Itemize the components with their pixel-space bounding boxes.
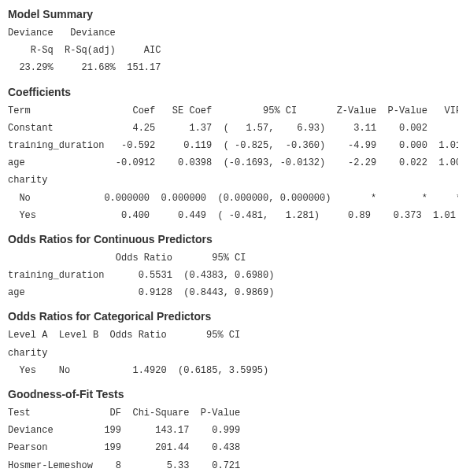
coefficients-row: No 0.000000 0.000000 (0.000000, 0.000000… bbox=[8, 192, 458, 205]
model-summary-header1: Deviance Deviance bbox=[8, 27, 458, 39]
or-continuous-header: Odds Ratio 95% CI bbox=[8, 252, 458, 264]
or-categorical-row: Yes No 1.4920 (0.6185, 3.5995) bbox=[8, 364, 458, 377]
coefficients-header: Term Coef SE Coef 95% CI Z-Value P-Value… bbox=[8, 105, 458, 117]
coefficients-row: training_duration -0.592 0.119 ( -0.825,… bbox=[8, 139, 458, 152]
gof-row: Hosmer-Lemeshow 8 5.33 0.721 bbox=[8, 459, 458, 472]
gof-row: Pearson 199 201.44 0.438 bbox=[8, 441, 458, 454]
coefficients-row: age -0.0912 0.0398 (-0.1693, -0.0132) -2… bbox=[8, 157, 458, 169]
or-categorical-header: Level A Level B Odds Ratio 95% CI bbox=[8, 329, 458, 341]
or-continuous-row: training_duration 0.5531 (0.4383, 0.6980… bbox=[8, 269, 458, 282]
coefficients-row: Constant 4.25 1.37 ( 1.57, 6.93) 3.11 0.… bbox=[8, 122, 458, 135]
gof-header: Test DF Chi-Square P-Value bbox=[8, 407, 458, 419]
section-title-or-categorical: Odds Ratios for Categorical Predictors bbox=[8, 310, 458, 323]
coefficients-row: Yes 0.400 0.449 ( -0.481, 1.281) 0.89 0.… bbox=[8, 209, 458, 222]
or-continuous-row: age 0.9128 (0.8443, 0.9869) bbox=[8, 286, 458, 299]
model-summary-row: 23.29% 21.68% 151.17 bbox=[8, 61, 458, 74]
section-title-model-summary: Model Summary bbox=[8, 8, 458, 20]
model-summary-header2: R-Sq R-Sq(adj) AIC bbox=[8, 44, 458, 57]
coefficients-row: charity bbox=[8, 174, 458, 186]
section-title-gof: Goodness-of-Fit Tests bbox=[8, 388, 458, 400]
section-title-coefficients: Coefficients bbox=[8, 86, 458, 98]
section-title-or-continuous: Odds Ratios for Continuous Predictors bbox=[8, 233, 458, 245]
gof-row: Deviance 199 143.17 0.999 bbox=[8, 424, 458, 437]
or-categorical-row: charity bbox=[8, 347, 458, 360]
